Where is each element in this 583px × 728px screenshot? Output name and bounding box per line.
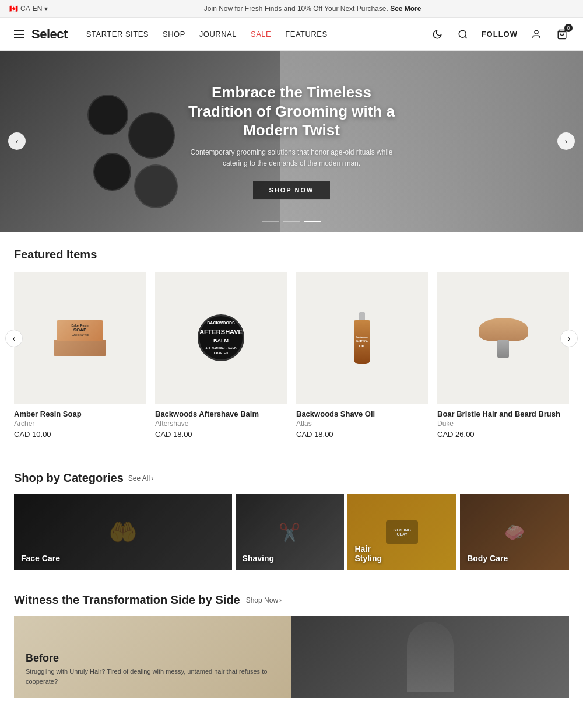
svg-point-0: [459, 30, 466, 37]
products-carousel: ‹ Baker Resin SOAP HAND CRAFTED: [14, 272, 569, 439]
hero-subtitle: Contemporary grooming solutions that hon…: [181, 147, 402, 169]
product-price-2: CAD 18.00: [155, 430, 287, 439]
category-body-care[interactable]: 🧼 Body Care: [460, 494, 569, 570]
categories-header: Shop by Categories See All ›: [14, 471, 569, 485]
header-right: FOLLOW 0: [430, 27, 569, 41]
transformation-header: Witness the Transformation Side by Side …: [14, 593, 569, 607]
see-all-link[interactable]: See All ›: [128, 474, 153, 482]
category-label-hair: Hair Styling: [354, 544, 382, 563]
cart-button[interactable]: 0: [555, 27, 569, 41]
category-hair-styling[interactable]: STYLINGCLAY Hair Styling: [347, 494, 456, 570]
nav-journal[interactable]: JOURNAL: [199, 30, 237, 38]
locale-ca[interactable]: CA: [20, 5, 30, 13]
hero-next-button[interactable]: ›: [557, 132, 575, 150]
transformation-grid: Before Struggling with Unruly Hair? Tire…: [14, 616, 569, 698]
product-image-4: [437, 272, 569, 404]
svg-point-1: [535, 30, 538, 34]
products-next-button[interactable]: ›: [560, 330, 578, 347]
category-label-body: Body Care: [467, 554, 508, 563]
product-brand-3: Atlas: [296, 419, 428, 428]
chevron-right-icon: ›: [151, 474, 153, 482]
before-panel: Before Struggling with Unruly Hair? Tire…: [14, 616, 292, 698]
locale-selector[interactable]: 🇨🇦 CA EN ▾: [9, 5, 48, 13]
after-panel: [292, 616, 569, 698]
flag-icon: 🇨🇦: [9, 5, 18, 13]
products-prev-button[interactable]: ‹: [5, 330, 23, 347]
hero-dot-2[interactable]: [283, 221, 300, 222]
products-grid: Baker Resin SOAP HAND CRAFTED Amber Resi…: [14, 272, 569, 439]
featured-section: Featured Items ‹ Baker Resin SOAP HAND C…: [0, 232, 583, 455]
hero-content: Embrace the Timeless Tradition of Groomi…: [181, 83, 402, 200]
product-name-3: Backwoods Shave Oil: [296, 410, 428, 418]
search-button[interactable]: [456, 27, 470, 41]
chevron-down-icon: ▾: [44, 5, 48, 13]
featured-title: Featured Items: [14, 248, 569, 261]
header-left: Select: [14, 27, 68, 42]
hero-dot-1[interactable]: [262, 221, 279, 222]
nav-features[interactable]: FEATURES: [285, 30, 327, 38]
announcement-bar: 🇨🇦 CA EN ▾ Join Now for Fresh Finds and …: [0, 0, 583, 18]
category-face-care[interactable]: 🤲 Face Care: [14, 494, 232, 570]
product-image-1: Baker Resin SOAP HAND CRAFTED: [14, 272, 146, 404]
product-name-4: Boar Bristle Hair and Beard Brush: [437, 410, 569, 418]
hamburger-menu[interactable]: [14, 30, 24, 38]
header: Select STARTER SITES SHOP JOURNAL SALE F…: [0, 18, 583, 51]
transformation-title: Witness the Transformation Side by Side: [14, 593, 240, 607]
nav-sale[interactable]: SALE: [251, 30, 271, 38]
product-brand-2: Aftershave: [155, 419, 287, 428]
categories-grid: 🤲 Face Care ✂️ Shaving STYLINGCLAY Hair …: [14, 494, 569, 570]
logo[interactable]: Select: [31, 27, 68, 42]
product-card-2[interactable]: BACKWOODS AFTERSHAVE BALM ALL NATURAL · …: [155, 272, 287, 439]
product-price-3: CAD 18.00: [296, 430, 428, 439]
before-label: Before: [26, 652, 280, 664]
see-more-link[interactable]: See More: [390, 5, 421, 13]
product-image-3: Backwoods SHAVE OIL: [296, 272, 428, 404]
transformation-section: Witness the Transformation Side by Side …: [0, 582, 583, 698]
hero-prev-button[interactable]: ‹: [8, 132, 26, 150]
product-name-2: Backwoods Aftershave Balm: [155, 410, 287, 418]
product-card-3[interactable]: Backwoods SHAVE OIL Backwoods Shave Oil …: [296, 272, 428, 439]
categories-section: Shop by Categories See All › 🤲 Face Care…: [0, 455, 583, 582]
category-label-shaving: Shaving: [243, 554, 274, 563]
hero-dots: [262, 221, 321, 222]
nav-starter-sites[interactable]: STARTER SITES: [86, 30, 149, 38]
category-label-face: Face Care: [21, 554, 60, 563]
product-card-4[interactable]: Boar Bristle Hair and Beard Brush Duke C…: [437, 272, 569, 439]
hero-carousel: Embrace the Timeless Tradition of Groomi…: [0, 51, 583, 232]
account-button[interactable]: [529, 27, 543, 41]
hero-dot-3[interactable]: [304, 221, 321, 222]
product-brand-4: Duke: [437, 419, 569, 428]
product-image-2: BACKWOODS AFTERSHAVE BALM ALL NATURAL · …: [155, 272, 287, 404]
shop-now-link[interactable]: Shop Now ›: [246, 596, 282, 604]
product-price-1: CAD 10.00: [14, 430, 146, 439]
announcement-text: Join Now for Fresh Finds and 10% Off You…: [51, 5, 574, 13]
product-card-1[interactable]: Baker Resin SOAP HAND CRAFTED Amber Resi…: [14, 272, 146, 439]
chevron-right-icon: ›: [279, 596, 282, 604]
follow-button[interactable]: FOLLOW: [482, 30, 518, 38]
main-nav: STARTER SITES SHOP JOURNAL SALE FEATURES: [86, 30, 328, 38]
dark-mode-toggle[interactable]: [430, 27, 444, 41]
locale-en[interactable]: EN: [33, 5, 43, 13]
product-name-1: Amber Resin Soap: [14, 410, 146, 418]
category-shaving[interactable]: ✂️ Shaving: [236, 494, 345, 570]
cart-count: 0: [564, 24, 573, 32]
before-text: Struggling with Unruly Hair? Tired of de…: [26, 667, 280, 686]
product-price-4: CAD 26.00: [437, 430, 569, 439]
product-brand-1: Archer: [14, 419, 146, 428]
nav-shop[interactable]: SHOP: [163, 30, 185, 38]
categories-title: Shop by Categories: [14, 471, 124, 485]
hero-cta-button[interactable]: SHOP NOW: [253, 181, 331, 200]
hero-title: Embrace the Timeless Tradition of Groomi…: [181, 83, 402, 140]
